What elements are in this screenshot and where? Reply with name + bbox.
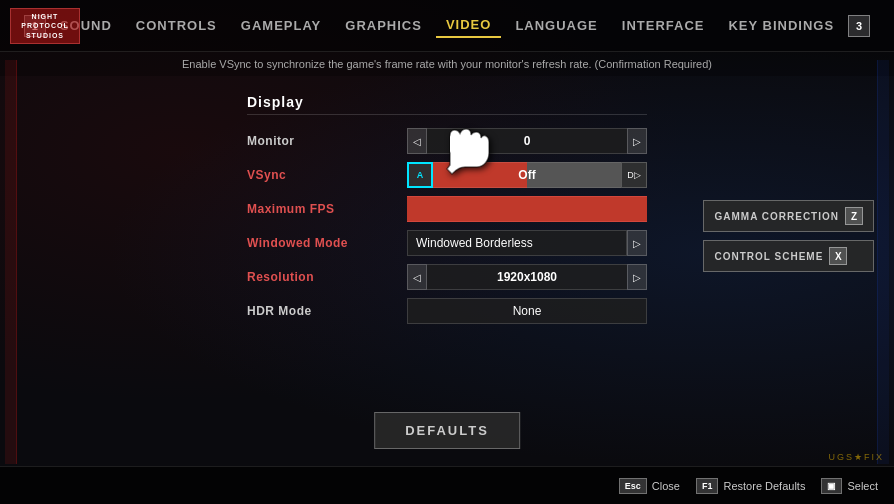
hdr-mode-control: None (407, 298, 647, 324)
nav-item-graphics[interactable]: GRAPHICS (335, 14, 432, 37)
select-key: ▣ (821, 478, 842, 494)
nav-item-gameplay[interactable]: GAMEPLAY (231, 14, 331, 37)
resolution-control: ◁ 1920x1080 ▷ (407, 264, 647, 290)
resolution-arrow-control: ◁ 1920x1080 ▷ (407, 264, 647, 290)
windowed-mode-value: Windowed Borderless (407, 230, 627, 256)
hdr-mode-label: HDR Mode (247, 304, 407, 318)
vsync-next-button[interactable]: D▷ (621, 162, 647, 188)
monitor-value: 0 (427, 128, 627, 154)
nav-item-controls[interactable]: CONTROLS (126, 14, 227, 37)
restore-defaults-action[interactable]: F1 Restore Defaults (696, 478, 805, 494)
fps-row: Maximum FPS (247, 195, 647, 223)
nav-item-language[interactable]: LANGUAGE (505, 14, 607, 37)
close-key: Esc (619, 478, 647, 494)
monitor-prev-button[interactable]: ◁ (407, 128, 427, 154)
main-content: NIGHT PROTOCOL STUDIOS 1 SOUND CONTROLS … (0, 0, 894, 504)
defaults-button[interactable]: DEFAULTS (374, 412, 520, 449)
hdr-mode-value: None (407, 298, 647, 324)
control-scheme-label: CONTROL SCHEME (714, 251, 823, 262)
vsync-row: VSync A Off D▷ (247, 161, 647, 189)
control-scheme-button[interactable]: CONTROL SCHEME X (703, 240, 874, 272)
monitor-control: ◁ 0 ▷ (407, 128, 647, 154)
monitor-label: Monitor (247, 134, 407, 148)
restore-defaults-key: F1 (696, 478, 719, 494)
close-label: Close (652, 480, 680, 492)
settings-panel: Display Monitor ◁ 0 ▷ VSync A Off (227, 84, 667, 341)
info-bar: Enable VSync to synchronize the game's f… (0, 52, 894, 76)
resolution-label: Resolution (247, 270, 407, 284)
vsync-control: A Off D▷ (407, 162, 647, 188)
vsync-bar: Off (433, 162, 621, 188)
gamma-correction-label: GAMMA CORRECTION (714, 211, 839, 222)
fps-label: Maximum FPS (247, 202, 407, 216)
resolution-value: 1920x1080 (427, 264, 627, 290)
monitor-next-button[interactable]: ▷ (627, 128, 647, 154)
gamma-correction-button[interactable]: GAMMA CORRECTION Z (703, 200, 874, 232)
side-decoration-right (877, 60, 889, 464)
defaults-section: DEFAULTS (374, 412, 520, 449)
nav-item-keybindings[interactable]: KEY BINDINGS (718, 14, 844, 37)
resolution-prev-button[interactable]: ◁ (407, 264, 427, 290)
watermark: UGS★FIX (828, 452, 884, 462)
gamma-correction-key: Z (845, 207, 863, 225)
close-action[interactable]: Esc Close (619, 478, 680, 494)
logo-box: NIGHT PROTOCOL STUDIOS (10, 8, 80, 44)
select-action[interactable]: ▣ Select (821, 478, 878, 494)
control-scheme-key: X (829, 247, 847, 265)
windowed-mode-control: Windowed Borderless ▷ (407, 230, 647, 256)
resolution-next-button[interactable]: ▷ (627, 264, 647, 290)
fps-bar (407, 196, 647, 222)
right-side-buttons: GAMMA CORRECTION Z CONTROL SCHEME X (703, 200, 874, 272)
hdr-mode-dropdown: None (407, 298, 647, 324)
fps-control (407, 196, 647, 222)
logo-text: NIGHT PROTOCOL STUDIOS (21, 12, 69, 39)
windowed-mode-row: Windowed Mode Windowed Borderless ▷ (247, 229, 647, 257)
windowed-mode-dropdown: Windowed Borderless ▷ (407, 230, 647, 256)
vsync-prev-button[interactable]: A (407, 162, 433, 188)
bottom-bar: Esc Close F1 Restore Defaults ▣ Select (0, 466, 894, 504)
vsync-value: Off (518, 168, 535, 182)
monitor-row: Monitor ◁ 0 ▷ (247, 127, 647, 155)
vsync-label: VSync (247, 168, 407, 182)
nav-item-interface[interactable]: INTERFACE (612, 14, 715, 37)
top-nav: 1 SOUND CONTROLS GAMEPLAY GRAPHICS VIDEO… (0, 0, 894, 52)
hdr-mode-row: HDR Mode None (247, 297, 647, 325)
resolution-row: Resolution ◁ 1920x1080 ▷ (247, 263, 647, 291)
windowed-mode-next-button[interactable]: ▷ (627, 230, 647, 256)
restore-defaults-label: Restore Defaults (723, 480, 805, 492)
monitor-arrow-control: ◁ 0 ▷ (407, 128, 647, 154)
nav-bracket-right: 3 (848, 15, 870, 37)
side-decoration-left (5, 60, 17, 464)
display-section-title: Display (247, 94, 647, 115)
select-label: Select (847, 480, 878, 492)
vsync-wrapper: A Off D▷ (407, 162, 647, 188)
logo-area: NIGHT PROTOCOL STUDIOS (10, 8, 80, 44)
windowed-mode-label: Windowed Mode (247, 236, 407, 250)
nav-item-video[interactable]: VIDEO (436, 13, 501, 38)
